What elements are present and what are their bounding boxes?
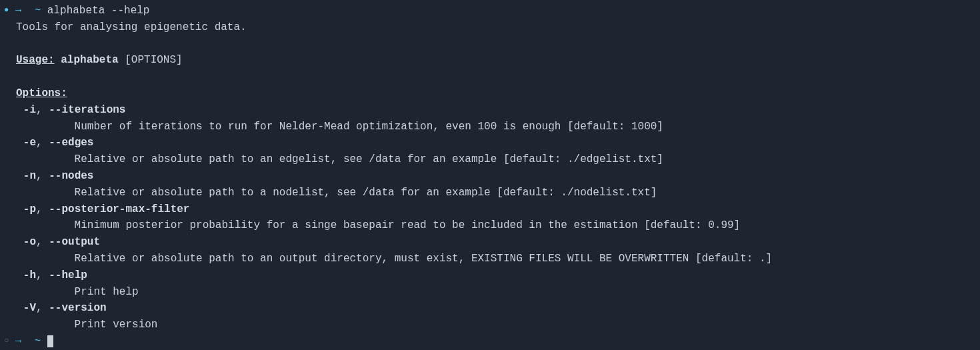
status-circle-icon: ● — [4, 5, 9, 15]
blank-line — [0, 36, 980, 53]
option-arg — [125, 104, 132, 116]
option-flag-line: -o, --output — [0, 234, 980, 251]
option-long: --edges — [49, 137, 93, 149]
prompt-line-2: ○ → ~ — [0, 333, 980, 350]
prompt-tilde: ~ — [35, 5, 41, 17]
blank-line — [0, 69, 980, 85]
option-flag-line: -i, --iterations — [0, 102, 980, 119]
option-short: -i — [23, 104, 36, 116]
prompt-arrow-icon: → — [15, 5, 22, 17]
options-header: Options: — [0, 85, 980, 102]
usage-label: Usage: — [16, 54, 55, 66]
option-desc-line: Print version — [0, 317, 980, 333]
option-desc-line: Relative or absolute path to a nodelist,… — [0, 185, 980, 201]
command-input[interactable]: alphabeta --help — [47, 5, 150, 17]
option-short: -h — [23, 269, 36, 281]
usage-line: Usage: alphabeta [OPTIONS] — [0, 52, 980, 69]
option-arg — [189, 203, 196, 215]
option-desc-line: Minimum posterior probability for a sing… — [0, 217, 980, 234]
option-flag-line: -e, --edges — [0, 135, 980, 151]
option-long: --posterior-max-filter — [49, 203, 189, 215]
prompt-tilde: ~ — [35, 335, 41, 347]
cursor[interactable] — [47, 335, 53, 347]
option-short: -n — [23, 170, 36, 182]
option-long: --help — [49, 269, 87, 281]
prompt-line-1: ● → ~ alphabeta --help — [0, 3, 980, 19]
option-desc-line: Relative or absolute path to an edgelist… — [0, 151, 980, 168]
option-short: -p — [23, 203, 36, 215]
option-flag-line: -n, --nodes — [0, 168, 980, 185]
option-short: -o — [23, 236, 36, 248]
option-long: --output — [49, 236, 100, 248]
option-short: -e — [23, 137, 36, 149]
option-long: --iterations — [49, 104, 125, 116]
option-desc-line: Number of iterations to run for Nelder-M… — [0, 119, 980, 135]
option-flag-line: -V, --version — [0, 300, 980, 317]
description-line: Tools for analysing epigenetic data. — [0, 19, 980, 36]
usage-command: alphabeta — [61, 54, 118, 66]
option-flag-line: -p, --posterior-max-filter — [0, 201, 980, 218]
option-short: -V — [23, 302, 36, 314]
prompt-arrow-icon: → — [15, 335, 22, 347]
option-flag-line: -h, --help — [0, 267, 980, 284]
option-arg — [100, 236, 107, 248]
option-desc-line: Relative or absolute path to an output d… — [0, 251, 980, 267]
option-desc-line: Print help — [0, 284, 980, 301]
option-arg — [93, 137, 100, 149]
status-circle-empty-icon: ○ — [4, 336, 9, 345]
option-long: --version — [49, 302, 106, 314]
option-long: --nodes — [49, 170, 93, 182]
usage-args: [OPTIONS] — [125, 54, 182, 66]
option-arg — [93, 170, 100, 182]
